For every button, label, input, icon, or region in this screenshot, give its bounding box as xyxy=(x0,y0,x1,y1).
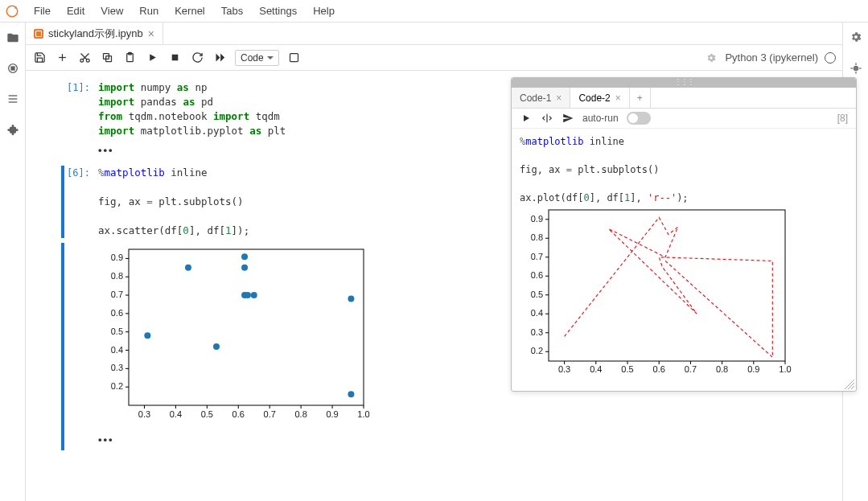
cut-icon[interactable] xyxy=(77,51,92,65)
svg-text:0.9: 0.9 xyxy=(111,253,123,263)
svg-text:0.2: 0.2 xyxy=(111,381,123,391)
svg-text:0.3: 0.3 xyxy=(111,363,123,372)
scatter-chart: 0.30.40.50.60.70.80.91.00.20.30.40.50.60… xyxy=(98,243,372,426)
svg-point-64 xyxy=(251,292,257,298)
svg-text:0.6: 0.6 xyxy=(653,364,665,374)
run-icon[interactable] xyxy=(520,112,533,125)
resize-grip-icon[interactable] xyxy=(845,380,854,389)
svg-text:0.4: 0.4 xyxy=(531,308,543,318)
svg-point-1 xyxy=(14,6,17,9)
svg-text:0.6: 0.6 xyxy=(531,270,543,280)
sticky-tab-code2[interactable]: Code-2 × xyxy=(570,88,629,108)
svg-text:0.8: 0.8 xyxy=(111,271,123,281)
svg-text:0.8: 0.8 xyxy=(716,364,728,374)
menu-view[interactable]: View xyxy=(93,2,131,20)
svg-text:0.7: 0.7 xyxy=(111,290,123,299)
tab-title: stickyland示例.ipynb xyxy=(48,27,143,41)
cell1-prompt: [1]: xyxy=(34,80,98,161)
close-icon[interactable]: × xyxy=(556,92,562,104)
autorun-label: auto-run xyxy=(582,113,619,124)
svg-point-7 xyxy=(853,66,858,72)
toc-icon[interactable] xyxy=(6,92,20,106)
sticky-drag-handle[interactable] xyxy=(512,78,856,88)
close-icon[interactable]: × xyxy=(615,92,621,104)
svg-text:0.6: 0.6 xyxy=(232,409,245,419)
gears-icon[interactable] xyxy=(849,31,862,46)
kernel-settings-icon[interactable] xyxy=(704,51,718,65)
run-icon[interactable] xyxy=(145,51,159,65)
cell2-prompt: [6]: xyxy=(34,166,98,239)
paste-icon[interactable] xyxy=(122,51,137,65)
svg-text:1.0: 1.0 xyxy=(357,409,369,419)
svg-point-59 xyxy=(213,343,220,350)
svg-text:0.7: 0.7 xyxy=(264,409,276,419)
sticky-tabs: Code-1 × Code-2 × + xyxy=(512,88,856,109)
copy-icon[interactable] xyxy=(100,51,114,65)
sticky-code[interactable]: %matplotlib inline fig, ax = plt.subplot… xyxy=(520,135,848,205)
sticky-panel: Code-1 × Code-2 × + auto-run [8] %matplo… xyxy=(511,77,857,392)
svg-point-57 xyxy=(144,332,150,339)
svg-text:1.0: 1.0 xyxy=(779,364,791,374)
svg-text:0.9: 0.9 xyxy=(326,409,338,419)
menu-edit[interactable]: Edit xyxy=(59,2,93,20)
stop-icon[interactable] xyxy=(167,51,182,65)
menu-run[interactable]: Run xyxy=(131,2,167,20)
menu-file[interactable]: File xyxy=(26,2,59,20)
close-icon[interactable]: × xyxy=(148,27,154,40)
send-icon[interactable] xyxy=(562,112,574,125)
svg-text:0.3: 0.3 xyxy=(138,409,150,419)
sticky-tab-code1[interactable]: Code-1 × xyxy=(512,88,570,108)
sticky-toolbar: auto-run [8] xyxy=(512,109,856,129)
svg-text:0.5: 0.5 xyxy=(531,290,543,299)
svg-text:0.4: 0.4 xyxy=(590,364,602,374)
svg-text:0.8: 0.8 xyxy=(531,232,543,242)
svg-text:0.3: 0.3 xyxy=(531,327,543,337)
sticky-tab-add[interactable]: + xyxy=(630,88,651,108)
svg-text:0.9: 0.9 xyxy=(747,364,759,374)
extension-icon[interactable] xyxy=(6,122,20,137)
notebook-tab[interactable]: stickyland示例.ipynb × xyxy=(26,23,163,44)
menu-tabs[interactable]: Tabs xyxy=(213,2,251,20)
kernel-name[interactable]: Python 3 (ipykernel) xyxy=(725,51,818,64)
svg-text:0.9: 0.9 xyxy=(531,214,543,224)
svg-text:0.6: 0.6 xyxy=(111,308,123,318)
save-icon[interactable] xyxy=(32,51,47,65)
render-icon[interactable] xyxy=(287,51,302,65)
svg-text:0.7: 0.7 xyxy=(531,252,543,261)
svg-text:0.5: 0.5 xyxy=(201,409,213,419)
svg-point-58 xyxy=(185,265,191,271)
svg-point-63 xyxy=(245,292,251,298)
restart-icon[interactable] xyxy=(190,51,204,65)
svg-text:0.2: 0.2 xyxy=(531,346,543,355)
svg-text:0.8: 0.8 xyxy=(294,409,306,419)
notebook-toolbar: Code Python 3 (ipykernel) xyxy=(26,45,842,71)
svg-point-61 xyxy=(241,265,248,271)
svg-text:0.4: 0.4 xyxy=(170,409,182,419)
svg-rect-3 xyxy=(11,67,14,70)
menu-kernel[interactable]: Kernel xyxy=(167,2,213,20)
menu-help[interactable]: Help xyxy=(305,2,343,20)
jupyter-logo-icon xyxy=(5,4,19,18)
collapsed-indicator-2[interactable]: ••• xyxy=(98,429,826,450)
toolbar-right: Python 3 (ipykernel) xyxy=(704,51,836,65)
svg-text:0.7: 0.7 xyxy=(685,364,697,374)
svg-text:0.4: 0.4 xyxy=(111,345,123,355)
debug-icon[interactable] xyxy=(849,62,862,77)
notebook-icon xyxy=(34,29,43,39)
svg-rect-22 xyxy=(171,55,178,61)
add-cell-icon[interactable] xyxy=(55,51,69,65)
svg-rect-23 xyxy=(290,54,298,62)
menu-bar: File Edit View Run Kernel Tabs Settings … xyxy=(0,0,868,23)
split-icon[interactable] xyxy=(541,112,553,125)
cell-type-select[interactable]: Code xyxy=(235,50,279,66)
folder-icon[interactable] xyxy=(6,31,20,45)
running-icon[interactable] xyxy=(6,61,20,76)
svg-text:0.5: 0.5 xyxy=(111,326,123,336)
svg-rect-24 xyxy=(129,249,364,405)
svg-point-65 xyxy=(348,296,354,302)
left-activity-bar xyxy=(0,23,26,501)
svg-point-66 xyxy=(348,391,354,397)
run-all-icon[interactable] xyxy=(212,51,227,65)
menu-settings[interactable]: Settings xyxy=(251,2,305,20)
autorun-toggle[interactable] xyxy=(627,112,651,125)
